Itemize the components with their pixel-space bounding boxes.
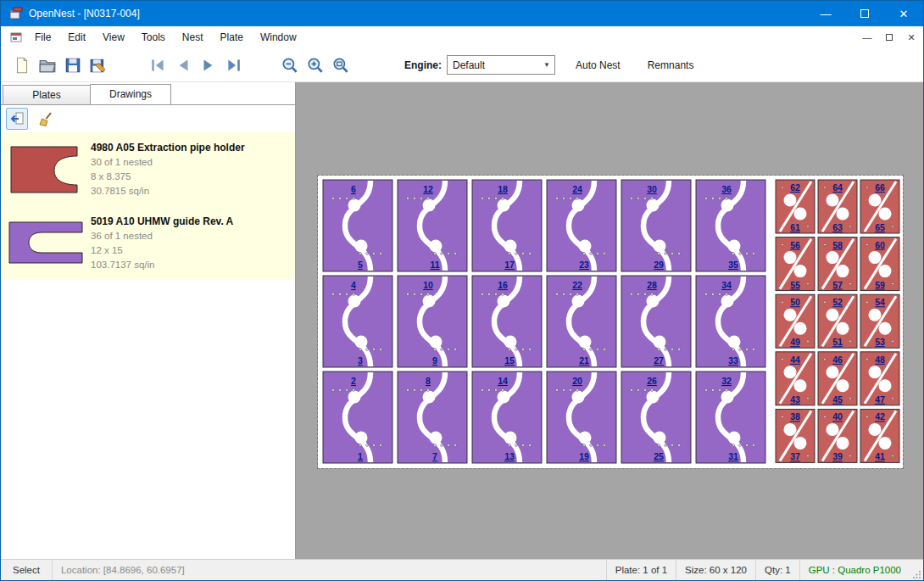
svg-text:3: 3 (358, 355, 363, 366)
nested-part-pair-purple[interactable]: 2827 (621, 276, 691, 367)
nested-part-pair-red[interactable]: 5655 (776, 237, 815, 291)
nested-part-pair-purple[interactable]: 2221 (547, 276, 616, 367)
remnants-button[interactable]: Remnants (641, 56, 701, 75)
minimize-button[interactable]: — (806, 1, 845, 26)
nested-part-pair-purple[interactable]: 109 (398, 276, 467, 367)
svg-text:57: 57 (832, 280, 843, 290)
mdi-close-button[interactable]: ✕ (901, 29, 921, 46)
nested-part-pair-purple[interactable]: 21 (323, 372, 392, 463)
close-button[interactable]: ✕ (884, 1, 923, 26)
tab-plates[interactable]: Plates (3, 85, 91, 104)
zoom-out-button[interactable] (277, 53, 303, 78)
svg-text:10: 10 (423, 280, 433, 290)
svg-text:16: 16 (498, 280, 508, 290)
nested-part-pair-purple[interactable]: 1817 (472, 180, 542, 271)
first-plate-button[interactable] (145, 53, 170, 78)
svg-text:54: 54 (875, 297, 885, 307)
new-button[interactable] (9, 53, 35, 78)
drawing-nested-count: 30 of 1 nested (91, 155, 293, 170)
nested-part-pair-purple[interactable]: 1211 (398, 180, 467, 271)
next-plate-button[interactable] (196, 53, 221, 78)
send-to-nest-button[interactable] (6, 108, 28, 130)
nested-part-pair-purple[interactable]: 1615 (472, 276, 542, 367)
nested-part-pair-red[interactable]: 6463 (818, 180, 857, 233)
nested-part-pair-red[interactable]: 6665 (860, 180, 899, 233)
nested-part-pair-purple[interactable]: 3433 (696, 276, 765, 367)
nested-part-pair-red[interactable]: 5453 (860, 294, 899, 348)
left-panel: PlatesDrawings (1, 82, 296, 559)
nested-part-pair-red[interactable]: 5857 (818, 237, 857, 291)
nest-canvas[interactable]: 6512111817242330293635431091615222128273… (296, 82, 923, 559)
svg-text:21: 21 (579, 355, 589, 366)
nested-part-pair-red[interactable]: 4241 (860, 409, 899, 462)
previous-arrow-icon (174, 56, 192, 75)
zoom-in-button[interactable] (303, 53, 328, 78)
mdi-restore-button[interactable] (879, 29, 899, 46)
nested-part-pair-purple[interactable]: 2423 (547, 180, 616, 271)
nested-part-pair-purple[interactable]: 43 (323, 276, 392, 367)
save-button[interactable] (60, 53, 86, 78)
nested-part-pair-purple[interactable]: 1413 (472, 372, 542, 463)
send-to-nest-icon (8, 110, 25, 127)
svg-text:18: 18 (498, 184, 508, 194)
svg-text:17: 17 (504, 260, 515, 270)
menu-item-window[interactable]: Window (252, 26, 305, 48)
svg-text:27: 27 (654, 355, 664, 366)
status-gpu: GPU : Quadro P1000 (799, 560, 910, 580)
menu-item-tools[interactable]: Tools (133, 26, 174, 48)
svg-text:53: 53 (875, 337, 885, 347)
svg-text:49: 49 (790, 337, 800, 347)
resize-grip[interactable] (910, 560, 923, 580)
mdi-minimize-button[interactable]: — (857, 29, 877, 46)
drawing-item-0[interactable]: 4980 A05 Extraction pipe holder30 of 1 n… (1, 132, 295, 206)
tab-drawings[interactable]: Drawings (90, 84, 171, 104)
nested-part-pair-red[interactable]: 5251 (818, 294, 857, 348)
nested-part-pair-red[interactable]: 4645 (818, 352, 857, 405)
svg-text:63: 63 (832, 222, 843, 232)
svg-text:28: 28 (647, 280, 657, 290)
nested-part-pair-purple[interactable]: 87 (398, 372, 467, 463)
menu-item-nest[interactable]: Nest (174, 26, 212, 48)
nested-part-pair-red[interactable]: 4039 (818, 409, 857, 462)
nested-part-pair-red[interactable]: 5049 (776, 294, 815, 348)
nested-part-pair-red[interactable]: 6059 (860, 237, 899, 291)
nested-part-pair-red[interactable]: 4847 (860, 352, 899, 405)
nested-part-pair-purple[interactable]: 65 (323, 180, 392, 271)
menu-item-view[interactable]: View (94, 26, 133, 48)
nested-part-pair-red[interactable]: 3837 (776, 409, 815, 462)
title-bar[interactable]: OpenNest - [N0317-004] — ✕ (1, 1, 923, 26)
auto-nest-button[interactable]: Auto Nest (569, 56, 627, 75)
nested-part-pair-purple[interactable]: 3029 (621, 180, 691, 271)
open-button[interactable] (35, 53, 60, 78)
status-qty: Qty: 1 (755, 560, 799, 580)
zoom-fit-button[interactable] (328, 53, 353, 78)
save-as-button[interactable] (86, 53, 111, 78)
svg-text:11: 11 (430, 260, 439, 270)
engine-select[interactable]: Default ▼ (447, 55, 555, 75)
drawing-nested-count: 36 of 1 nested (91, 229, 293, 243)
svg-text:61: 61 (790, 222, 800, 232)
window-title: OpenNest - [N0317-004] (29, 8, 140, 20)
nested-part-pair-purple[interactable]: 3231 (696, 372, 765, 463)
svg-text:62: 62 (790, 182, 800, 193)
svg-text:14: 14 (498, 376, 508, 386)
nested-part-pair-purple[interactable]: 3635 (696, 180, 765, 271)
drawing-title: 5019 A10 UHMW guide Rev. A (91, 215, 293, 229)
drawing-item-1[interactable]: 5019 A10 UHMW guide Rev. A36 of 1 nested… (1, 206, 295, 280)
nested-part-pair-purple[interactable]: 2019 (547, 372, 616, 463)
nested-part-pair-red[interactable]: 6261 (776, 180, 815, 233)
menu-item-file[interactable]: File (26, 26, 59, 48)
svg-text:40: 40 (832, 411, 843, 422)
clean-button[interactable] (35, 108, 57, 130)
svg-text:56: 56 (790, 240, 800, 250)
panel-tabs: PlatesDrawings (1, 82, 295, 104)
previous-plate-button[interactable] (170, 53, 196, 78)
svg-text:44: 44 (790, 355, 800, 365)
maximize-button[interactable] (845, 1, 884, 26)
nested-part-pair-red[interactable]: 4443 (776, 352, 815, 405)
menu-item-plate[interactable]: Plate (212, 26, 252, 48)
menu-item-edit[interactable]: Edit (59, 26, 94, 48)
nested-part-pair-purple[interactable]: 2625 (621, 372, 691, 463)
last-plate-button[interactable] (221, 53, 247, 78)
drawing-area: 30.7815 sq/in (91, 184, 293, 198)
